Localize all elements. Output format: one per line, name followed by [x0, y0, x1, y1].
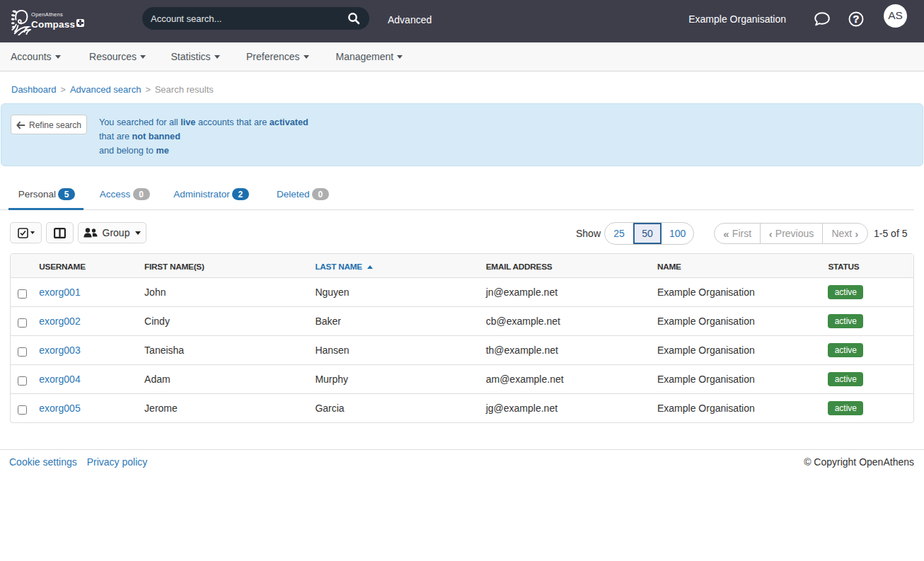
svg-text:?: ? [853, 13, 860, 25]
